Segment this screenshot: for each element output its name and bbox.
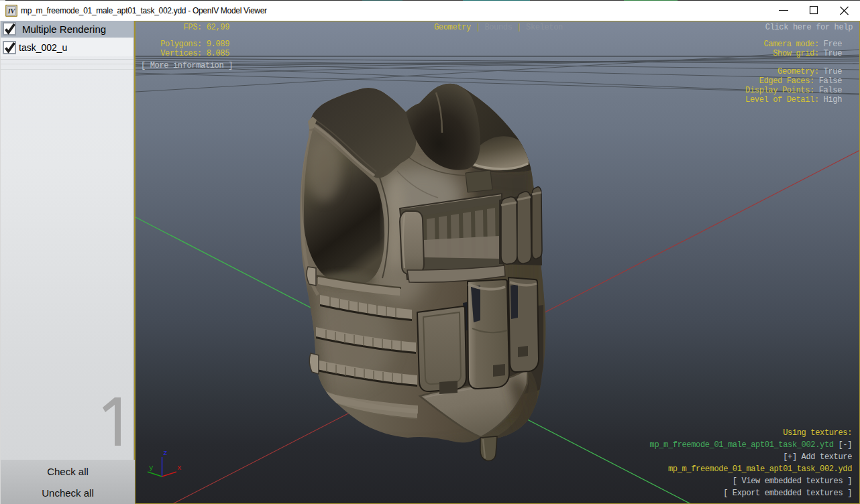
svg-text:IV: IV xyxy=(7,7,16,15)
svg-text:x: x xyxy=(177,464,182,472)
svg-text:y: y xyxy=(149,464,154,472)
svg-text:z: z xyxy=(163,449,168,457)
